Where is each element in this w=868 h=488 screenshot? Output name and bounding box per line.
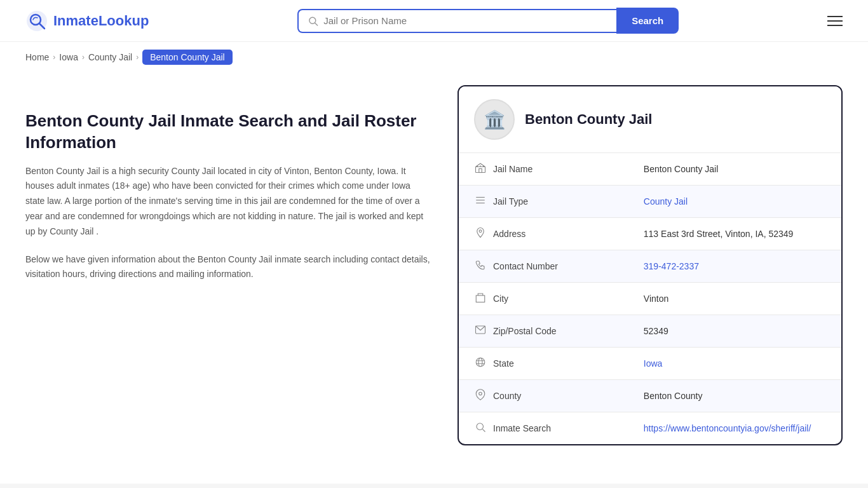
field-icon: [474, 162, 487, 176]
table-label-cell: Contact Number: [474, 259, 601, 273]
table-row: County Benton County: [459, 380, 841, 412]
facility-avatar: 🏛️: [474, 99, 515, 140]
breadcrumb: Home › Iowa › County Jail › Benton Count…: [0, 42, 868, 72]
breadcrumb-current: Benton County Jail: [142, 50, 233, 65]
table-label-cell: County: [474, 389, 601, 403]
menu-line-3: [827, 25, 843, 26]
table-value-cell: County Jail: [628, 186, 841, 218]
svg-rect-11: [476, 295, 485, 302]
table-row: Zip/Postal Code 52349: [459, 315, 841, 348]
page-description-1: Benton County Jail is a high security Co…: [25, 164, 432, 240]
facility-value: Benton County: [644, 391, 703, 401]
table-value-cell: 319-472-2337: [628, 250, 841, 283]
svg-point-21: [477, 423, 484, 430]
page-description-2: Below we have given information about th…: [25, 252, 432, 283]
field-icon: [474, 421, 487, 435]
field-label: Address: [493, 229, 526, 239]
field-icon: [474, 259, 487, 273]
facility-link[interactable]: https://www.bentoncountyia.gov/sheriff/j…: [644, 423, 811, 433]
left-section: Benton County Jail Inmate Search and Jai…: [25, 85, 432, 282]
field-label: City: [493, 294, 508, 304]
facility-value: 52349: [644, 326, 668, 336]
field-label: County: [493, 391, 521, 401]
main-content: Benton County Jail Inmate Search and Jai…: [0, 72, 868, 458]
field-label: Zip/Postal Code: [493, 326, 557, 336]
svg-line-22: [482, 429, 485, 431]
search-input[interactable]: [323, 15, 607, 26]
field-label: Jail Type: [493, 196, 528, 207]
table-label-cell: City: [474, 292, 601, 306]
field-icon: [474, 356, 487, 370]
svg-rect-6: [479, 169, 482, 173]
svg-point-16: [476, 358, 485, 367]
field-icon: [474, 227, 487, 241]
field-label: Jail Name: [493, 164, 532, 174]
table-row: City Vinton: [459, 283, 841, 315]
field-icon: [474, 292, 487, 306]
breadcrumb-county-jail[interactable]: County Jail: [88, 52, 132, 62]
search-button[interactable]: Search: [616, 8, 679, 34]
field-icon: [474, 194, 487, 208]
table-value-cell: Vinton: [628, 283, 841, 315]
field-label: Contact Number: [493, 261, 558, 271]
search-input-wrapper: [297, 9, 616, 33]
facility-link[interactable]: County Jail: [644, 196, 688, 207]
table-row: Jail Type County Jail: [459, 186, 841, 218]
table-row: State Iowa: [459, 348, 841, 380]
search-area: Search: [297, 8, 679, 34]
facility-name: Benton County Jail: [525, 111, 652, 128]
table-value-cell: https://www.bentoncountyia.gov/sheriff/j…: [628, 412, 841, 445]
hamburger-menu-button[interactable]: [827, 16, 843, 26]
breadcrumb-chevron-2: ›: [82, 53, 85, 62]
breadcrumb-chevron-3: ›: [136, 53, 139, 62]
svg-point-10: [479, 230, 482, 233]
table-label-cell: Zip/Postal Code: [474, 324, 601, 338]
breadcrumb-home[interactable]: Home: [25, 52, 49, 62]
facility-info-table: Jail Name Benton County Jail Jail Type C…: [459, 152, 841, 444]
menu-line-1: [827, 16, 843, 17]
facility-link[interactable]: 319-472-2337: [644, 261, 699, 271]
table-label-cell: Inmate Search: [474, 421, 601, 435]
breadcrumb-chevron-1: ›: [53, 53, 55, 62]
table-row: Address 113 East 3rd Street, Vinton, IA,…: [459, 218, 841, 250]
table-value-cell: Benton County Jail: [628, 153, 841, 186]
table-value-cell: 113 East 3rd Street, Vinton, IA, 52349: [628, 218, 841, 250]
svg-point-17: [478, 358, 482, 367]
table-value-cell: 52349: [628, 315, 841, 348]
table-row: Inmate Search https://www.bentoncountyia…: [459, 412, 841, 445]
page-title: Benton County Jail Inmate Search and Jai…: [25, 111, 432, 154]
table-label-cell: Address: [474, 227, 601, 241]
field-icon: [474, 324, 487, 338]
table-label-cell: Jail Name: [474, 162, 601, 176]
facility-value: Vinton: [644, 294, 668, 304]
facility-value: Benton County Jail: [644, 164, 719, 174]
logo[interactable]: InmateLookup: [25, 10, 149, 32]
card-header: 🏛️ Benton County Jail: [459, 86, 841, 152]
field-label: Inmate Search: [493, 423, 551, 433]
facility-info-card: 🏛️ Benton County Jail Jail Name Benton C…: [458, 85, 843, 445]
table-value-cell: Iowa: [628, 348, 841, 380]
svg-point-20: [479, 392, 482, 395]
logo-text: InmateLookup: [53, 13, 149, 29]
table-value-cell: Benton County: [628, 380, 841, 412]
menu-line-2: [827, 20, 843, 22]
breadcrumb-iowa[interactable]: Iowa: [59, 52, 78, 62]
logo-icon: [25, 10, 48, 32]
field-label: State: [493, 358, 514, 369]
footer: [0, 484, 868, 488]
table-row: Jail Name Benton County Jail: [459, 153, 841, 186]
header: InmateLookup Search: [0, 0, 868, 42]
facility-value: 113 East 3rd Street, Vinton, IA, 52349: [644, 229, 794, 239]
svg-line-4: [315, 23, 318, 25]
right-section: 🏛️ Benton County Jail Jail Name Benton C…: [458, 85, 843, 445]
svg-rect-5: [476, 167, 485, 173]
table-label-cell: Jail Type: [474, 194, 601, 208]
field-icon: [474, 389, 487, 403]
search-icon: [308, 15, 318, 27]
table-row: Contact Number 319-472-2337: [459, 250, 841, 283]
facility-link[interactable]: Iowa: [644, 358, 663, 369]
table-label-cell: State: [474, 356, 601, 370]
